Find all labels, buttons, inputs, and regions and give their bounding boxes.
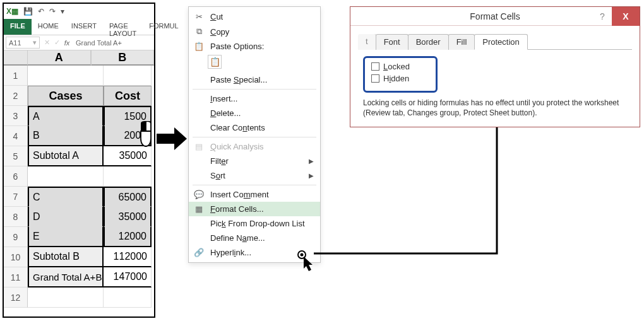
tab-fill[interactable]: Fill — [448, 34, 475, 50]
menu-format-cells[interactable]: ▦Format Cells... — [189, 202, 320, 216]
cell[interactable] — [104, 66, 152, 86]
cell[interactable] — [104, 166, 152, 187]
row-header[interactable]: 6 — [4, 166, 28, 187]
menu-separator — [193, 137, 316, 137]
menu-copy[interactable]: ⧉Copy — [189, 24, 320, 39]
row-header[interactable]: 4 — [4, 126, 28, 146]
highlight-box: Locked Hidden — [363, 56, 438, 93]
row-header[interactable]: 7 — [4, 187, 28, 207]
info-text: Locking cells or hiding formulas has no … — [363, 98, 627, 118]
name-box-dropdown-icon[interactable]: ▾ — [33, 38, 37, 47]
row-header[interactable]: 1 — [4, 66, 28, 86]
cell[interactable] — [28, 166, 104, 187]
tab-page-layout[interactable]: PAGE LAYOUT — [103, 19, 143, 35]
menu-clear-contents[interactable]: Clear Contents — [189, 120, 320, 135]
copy-icon: ⧉ — [194, 26, 204, 37]
tab-file[interactable]: FILE — [4, 19, 32, 35]
cell[interactable]: E — [28, 227, 104, 247]
row-header[interactable]: 9 — [4, 227, 28, 247]
tab-font[interactable]: Font — [376, 34, 408, 50]
save-icon[interactable]: 💾 — [23, 7, 33, 16]
cell[interactable]: 35000 — [104, 207, 152, 227]
tab-home[interactable]: HOME — [32, 19, 65, 35]
context-menu: ✂Cut ⧉Copy 📋Paste Options: 📋 Paste Speci… — [188, 6, 321, 263]
ribbon-tabs: FILE HOME INSERT PAGE LAYOUT FORMUL — [4, 19, 154, 35]
row-header[interactable]: 11 — [4, 267, 28, 287]
menu-cut[interactable]: ✂Cut — [189, 9, 320, 24]
fx-icon[interactable]: fx — [62, 39, 72, 47]
arrow-icon — [157, 126, 187, 151]
cell[interactable]: A — [28, 106, 104, 126]
menu-separator — [193, 89, 316, 90]
menu-paste-special[interactable]: Paste Special... — [189, 73, 320, 87]
menu-filter[interactable]: Filter▶ — [189, 154, 320, 168]
qat-more-icon[interactable]: ▾ — [61, 7, 64, 16]
row-header[interactable]: 3 — [4, 106, 28, 126]
cell[interactable] — [104, 287, 152, 308]
cell[interactable]: B — [28, 126, 104, 146]
enter-icon[interactable]: ✓ — [52, 38, 62, 47]
menu-insert-comment[interactable]: 💬Insert Comment — [189, 187, 320, 202]
menu-pick-from-list[interactable]: Pick From Drop-down List — [189, 216, 320, 231]
cell-header-cases[interactable]: Cases — [28, 86, 104, 106]
formula-bar: A11 ▾ ✕ ✓ fx Grand Total A+ — [4, 35, 154, 50]
row-header[interactable]: 10 — [4, 247, 28, 267]
hyperlink-icon: 🔗 — [194, 248, 204, 257]
svg-point-1 — [301, 253, 304, 257]
dialog-titlebar: Format Cells ? X — [350, 7, 640, 26]
cell-subtotal-a[interactable]: Subtotal A — [28, 146, 104, 166]
excel-icon: X▦ — [6, 7, 18, 16]
checkbox-icon — [371, 62, 379, 71]
cell-grand-total[interactable]: Grand Total A+B — [28, 267, 104, 287]
mouse-right-click-icon — [136, 121, 158, 149]
help-button[interactable]: ? — [593, 7, 612, 26]
cancel-icon[interactable]: ✕ — [42, 38, 52, 47]
cell[interactable]: D — [28, 207, 104, 227]
menu-paste-options-label: 📋Paste Options: — [189, 39, 320, 54]
tab-protection[interactable]: Protection — [474, 34, 528, 50]
cell-subtotal-b[interactable]: Subtotal B — [28, 247, 104, 267]
tab-partial[interactable]: t — [358, 34, 376, 50]
tab-formulas[interactable]: FORMUL — [143, 19, 184, 35]
menu-quick-analysis: ▤Quick Analysis — [189, 139, 320, 154]
quick-access-toolbar: X▦ 💾 ↶ ↷ ▾ — [4, 4, 154, 19]
name-box[interactable]: A11 ▾ — [6, 37, 40, 49]
redo-icon[interactable]: ↷ — [49, 7, 56, 16]
close-button[interactable]: X — [612, 7, 640, 26]
checkbox-locked[interactable]: Locked — [371, 62, 429, 71]
menu-delete[interactable]: Delete... — [189, 106, 320, 120]
tab-border[interactable]: Border — [408, 34, 449, 50]
cell-header-cost[interactable]: Cost — [104, 86, 152, 106]
menu-define-name[interactable]: Define Name... — [189, 231, 320, 245]
cell[interactable]: 35000 — [104, 146, 152, 166]
undo-icon[interactable]: ↶ — [38, 7, 44, 16]
row-header[interactable]: 8 — [4, 207, 28, 227]
formula-value[interactable]: Grand Total A+ — [72, 39, 122, 47]
name-box-value: A11 — [9, 39, 21, 47]
checkbox-hidden[interactable]: Hidden — [371, 74, 429, 83]
cell[interactable]: 65000 — [104, 187, 152, 207]
tab-insert[interactable]: INSERT — [65, 19, 103, 35]
cell[interactable]: 12000 — [104, 227, 152, 247]
select-all-corner[interactable] — [4, 50, 28, 66]
worksheet[interactable]: 1 2 3 4 5 6 7 8 9 10 11 12 A B Cases Cos… — [4, 50, 154, 308]
row-header[interactable]: 2 — [4, 86, 28, 106]
format-cells-icon: ▦ — [194, 204, 204, 214]
menu-insert[interactable]: Insert... — [189, 91, 320, 106]
menu-separator — [193, 185, 316, 185]
checkbox-icon — [371, 74, 379, 83]
menu-sort[interactable]: Sort▶ — [189, 168, 320, 183]
cell[interactable]: 147000 — [104, 267, 152, 287]
paste-icon[interactable]: 📋 — [208, 55, 222, 69]
cell[interactable]: C — [28, 187, 104, 207]
cut-icon: ✂ — [194, 12, 204, 21]
cell[interactable] — [28, 66, 104, 86]
cell[interactable] — [28, 287, 104, 308]
connector-line — [314, 113, 503, 258]
row-header[interactable]: 12 — [4, 287, 28, 308]
column-header-b[interactable]: B — [92, 50, 155, 66]
column-header-a[interactable]: A — [28, 50, 92, 66]
cell[interactable]: 112000 — [104, 247, 152, 267]
row-header[interactable]: 5 — [4, 146, 28, 166]
comment-icon: 💬 — [194, 190, 204, 199]
